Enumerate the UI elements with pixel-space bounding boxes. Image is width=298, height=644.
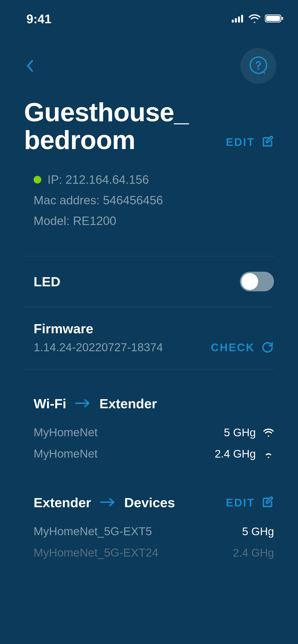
network-band: 5 GHg <box>242 525 274 538</box>
model-row: Model: RE1200 <box>34 214 274 228</box>
ip-row: IP: 212.164.64.156 <box>34 173 274 187</box>
heading-devices: Devices <box>124 495 175 510</box>
wifi-to-extender-heading: Wi-Fi Extender <box>0 370 298 411</box>
firmware-info: Firmware 1.14.24-20220727-18374 <box>34 321 163 354</box>
edit-icon <box>261 496 274 509</box>
network-band: 5 GHg <box>224 426 256 439</box>
help-button[interactable] <box>240 48 276 84</box>
wifi-strength-full-icon <box>263 428 274 437</box>
extender-networks-list: MyHomeNet_5G-EXT5 5 GHg MyHomeNet_5G-EXT… <box>0 510 298 559</box>
model-name: Model: RE1200 <box>34 214 116 228</box>
svg-rect-5 <box>266 16 280 21</box>
edit-label: EDIT <box>226 496 255 509</box>
network-ssid: MyHomeNet_5G-EXT5 <box>34 525 152 538</box>
refresh-icon <box>261 341 274 354</box>
status-bar: 9:41 <box>0 0 298 31</box>
cellular-icon <box>232 14 244 24</box>
edit-icon <box>261 135 274 149</box>
battery-icon <box>265 14 284 24</box>
arrow-right-icon <box>100 498 116 508</box>
status-time: 9:41 <box>26 12 51 26</box>
network-row[interactable]: MyHomeNet 2.4 GHg <box>34 447 274 460</box>
help-chat-icon <box>248 56 269 76</box>
wifi-icon <box>249 14 261 24</box>
network-ssid: MyHomeNet <box>34 447 98 460</box>
network-ssid: MyHomeNet <box>34 426 98 439</box>
heading-wifi: Wi-Fi <box>34 396 66 411</box>
edit-name-button[interactable]: EDIT <box>226 135 274 154</box>
firmware-title: Firmware <box>34 321 163 336</box>
network-row[interactable]: MyHomeNet_5G-EXT5 5 GHg <box>34 525 274 538</box>
network-ssid: MyHomeNet_5G-EXT24 <box>34 546 158 559</box>
svg-point-8 <box>258 68 259 70</box>
heading-extender2: Extender <box>34 495 91 510</box>
mac-address: Mac addres: 546456456 <box>34 193 163 207</box>
led-row: LED <box>0 256 298 307</box>
firmware-row: Firmware 1.14.24-20220727-18374 CHECK <box>0 307 298 369</box>
heading-extender: Extender <box>99 396 157 411</box>
status-icons <box>232 14 284 24</box>
mac-row: Mac addres: 546456456 <box>34 193 274 207</box>
status-dot-icon <box>34 176 41 184</box>
back-button[interactable] <box>25 61 35 71</box>
svg-rect-0 <box>232 20 234 22</box>
check-firmware-button[interactable]: CHECK <box>211 341 274 354</box>
toggle-knob <box>241 273 258 290</box>
ip-address: IP: 212.164.64.156 <box>48 173 149 187</box>
network-row[interactable]: MyHomeNet 5 GHg <box>34 426 274 439</box>
extender-to-devices-heading: Extender Devices EDIT <box>0 468 298 510</box>
wifi-strength-weak-icon <box>263 450 274 458</box>
network-band: 2.4 GHg <box>215 447 256 460</box>
check-label: CHECK <box>211 341 255 354</box>
svg-rect-3 <box>241 15 243 22</box>
edit-extender-button[interactable]: EDIT <box>226 496 274 509</box>
arrow-right-icon <box>75 398 91 409</box>
network-row[interactable]: MyHomeNet_5G-EXT24 2.4 GHg <box>34 546 274 559</box>
header <box>0 31 298 84</box>
svg-rect-6 <box>282 17 283 20</box>
title-row: Guesthouse_ bedroom EDIT <box>0 84 298 154</box>
led-label: LED <box>34 274 60 290</box>
edit-label: EDIT <box>226 136 255 148</box>
chevron-left-icon <box>26 60 34 72</box>
device-info: IP: 212.164.64.156 Mac addres: 546456456… <box>0 154 298 256</box>
network-band: 2.4 GHg <box>233 546 274 559</box>
wifi-networks-list: MyHomeNet 5 GHg MyHomeNet 2.4 GHg <box>0 411 298 460</box>
svg-rect-2 <box>238 16 240 22</box>
led-toggle[interactable] <box>240 272 274 291</box>
page-title: Guesthouse_ bedroom <box>24 98 189 154</box>
svg-rect-1 <box>235 18 237 22</box>
firmware-version: 1.14.24-20220727-18374 <box>34 341 163 354</box>
